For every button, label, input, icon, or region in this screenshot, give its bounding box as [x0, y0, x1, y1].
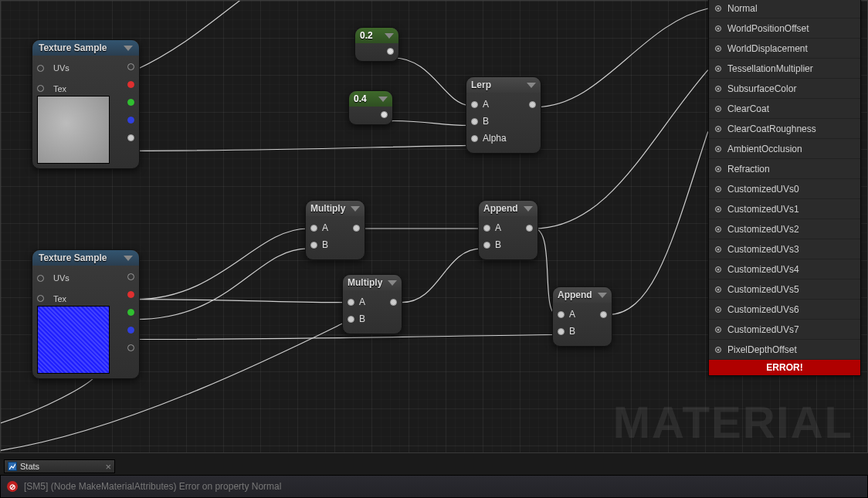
node-constant-04[interactable]: 0.4 [348, 90, 393, 125]
pin-out[interactable] [600, 311, 607, 318]
pin-in-uvs[interactable] [37, 65, 44, 72]
pin-in-tex[interactable] [37, 85, 44, 92]
pin-in-a[interactable] [483, 225, 490, 232]
attr-pin[interactable] [715, 266, 721, 273]
attr-row-ambientocclusion[interactable]: AmbientOcclusion [709, 139, 860, 159]
attr-pin[interactable] [715, 146, 721, 152]
collapse-icon[interactable] [351, 206, 360, 212]
attr-row-tessellationmultiplier[interactable]: TessellationMultiplier [709, 59, 860, 79]
pin-out-b[interactable] [127, 117, 134, 124]
pin-in-b[interactable] [348, 316, 354, 323]
node-multiply-2[interactable]: Multiply A B [342, 274, 402, 334]
collapse-icon[interactable] [524, 206, 533, 212]
collapse-icon[interactable] [378, 97, 388, 102]
pin-in-tex[interactable] [37, 295, 44, 302]
attr-pin[interactable] [715, 226, 721, 232]
attr-pin[interactable] [715, 186, 721, 192]
attr-pin[interactable] [715, 286, 721, 293]
pin-in-b[interactable] [483, 242, 490, 249]
pin-in-alpha[interactable] [471, 135, 478, 142]
input-pins: UVs Tex [37, 63, 70, 93]
pin-in-uvs[interactable] [37, 275, 44, 282]
pin-out-a[interactable] [127, 344, 134, 351]
node-title-label: Append [558, 290, 592, 300]
pin-out[interactable] [387, 48, 394, 55]
texture-thumbnail[interactable] [37, 96, 110, 164]
pin-out[interactable] [529, 101, 536, 108]
node-append-1[interactable]: Append A B [478, 200, 538, 260]
attr-row-customizeduvs0[interactable]: CustomizedUVs0 [709, 179, 860, 199]
attr-row-worlddisplacement[interactable]: WorldDisplacement [709, 39, 860, 59]
pin-out[interactable] [353, 225, 360, 232]
attr-pin[interactable] [715, 66, 721, 72]
node-append-2[interactable]: Append A B [552, 286, 612, 347]
attr-pin[interactable] [715, 206, 721, 212]
attr-pin[interactable] [715, 307, 721, 313]
pin-out[interactable] [390, 299, 397, 306]
attr-pin[interactable] [715, 46, 721, 52]
node-texture-sample-2[interactable]: Texture Sample UVs Tex [32, 249, 140, 379]
attr-pin[interactable] [715, 25, 721, 32]
attr-label: AmbientOcclusion [727, 144, 802, 154]
attr-row-customizeduvs3[interactable]: CustomizedUVs3 [709, 239, 860, 259]
node-title: Multiply [343, 275, 402, 290]
attr-row-subsurfacecolor[interactable]: SubsurfaceColor [709, 79, 860, 99]
collapse-icon[interactable] [124, 256, 133, 261]
pin-out-r[interactable] [127, 81, 134, 88]
pin-out-g[interactable] [127, 99, 134, 106]
attr-row-worldpositionoffset[interactable]: WorldPositionOffset [709, 19, 860, 39]
attr-row-refraction[interactable]: Refraction [709, 159, 860, 179]
attr-pin[interactable] [715, 5, 721, 12]
attr-pin[interactable] [715, 106, 721, 112]
texture-thumbnail[interactable] [37, 306, 110, 374]
attr-pin[interactable] [715, 347, 721, 353]
collapse-icon[interactable] [385, 33, 394, 39]
attr-row-customizeduvs5[interactable]: CustomizedUVs5 [709, 279, 860, 300]
attr-row-normal[interactable]: Normal [709, 0, 860, 19]
collapse-icon[interactable] [124, 46, 133, 51]
pin-in-a[interactable] [310, 225, 317, 232]
pin-out[interactable] [381, 111, 388, 118]
attr-pin[interactable] [715, 126, 721, 132]
attr-row-customizeduvs1[interactable]: CustomizedUVs1 [709, 199, 860, 219]
attr-label: CustomizedUVs4 [727, 264, 799, 275]
material-graph-canvas[interactable]: Texture Sample UVs Tex Texture Sample UV… [0, 0, 868, 453]
pin-out-b[interactable] [127, 327, 134, 334]
pin-out-rgb[interactable] [127, 273, 134, 280]
pin-in-a[interactable] [471, 101, 478, 108]
pin-out-rgb[interactable] [127, 63, 134, 70]
collapse-icon[interactable] [388, 280, 397, 286]
close-icon[interactable]: × [105, 462, 111, 472]
pin-in-b[interactable] [310, 242, 317, 249]
pin-in-b[interactable] [471, 118, 478, 125]
attr-pin[interactable] [715, 86, 721, 92]
pin-in-a[interactable] [348, 299, 354, 306]
node-texture-sample-1[interactable]: Texture Sample UVs Tex [32, 39, 140, 169]
error-banner: ERROR! [709, 360, 860, 375]
attr-row-clearcoatroughness[interactable]: ClearCoatRoughness [709, 119, 860, 139]
pin-out-a[interactable] [127, 134, 134, 141]
pin-in-a[interactable] [558, 311, 565, 318]
attr-row-customizeduvs7[interactable]: CustomizedUVs7 [709, 320, 860, 340]
attr-row-pixeldepthoffset[interactable]: PixelDepthOffset [709, 340, 860, 360]
attr-pin[interactable] [715, 246, 721, 252]
pin-in-b[interactable] [558, 328, 565, 335]
collapse-icon[interactable] [598, 293, 607, 298]
attr-pin[interactable] [715, 327, 721, 333]
node-title-label: Lerp [471, 80, 491, 90]
attr-row-customizeduvs4[interactable]: CustomizedUVs4 [709, 259, 860, 279]
pin-out-g[interactable] [127, 309, 134, 316]
attr-pin[interactable] [715, 166, 721, 172]
attr-row-customizeduvs6[interactable]: CustomizedUVs6 [709, 300, 860, 320]
node-multiply-1[interactable]: Multiply A B [305, 200, 365, 260]
pin-out[interactable] [526, 225, 533, 232]
node-constant-02[interactable]: 0.2 [354, 27, 399, 62]
stats-tab[interactable]: Stats × [4, 459, 115, 473]
node-lerp[interactable]: Lerp A B Alpha [466, 76, 541, 154]
material-attributes-panel[interactable]: NormalWorldPositionOffsetWorldDisplaceme… [708, 0, 861, 376]
attr-row-customizeduvs2[interactable]: CustomizedUVs2 [709, 219, 860, 239]
attr-row-clearcoat[interactable]: ClearCoat [709, 99, 860, 119]
pin-out-r[interactable] [127, 291, 134, 298]
collapse-icon[interactable] [527, 83, 536, 88]
pin-label: B [495, 239, 533, 250]
